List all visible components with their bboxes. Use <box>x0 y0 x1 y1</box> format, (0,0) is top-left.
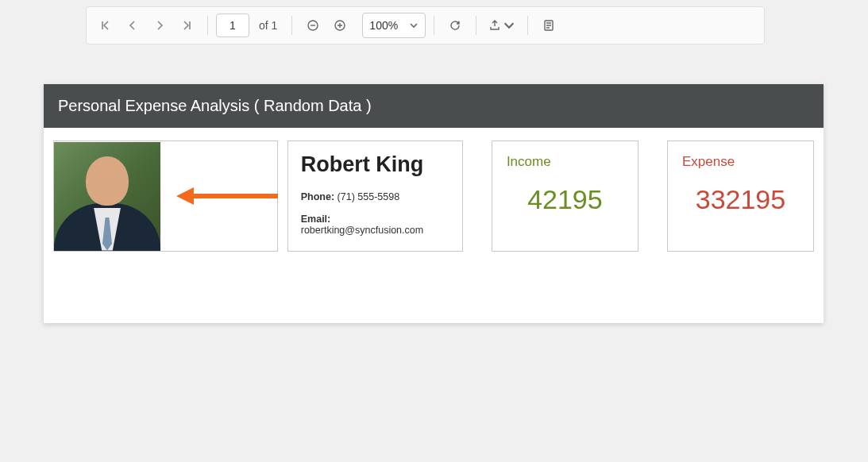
person-email: Email: robertking@syncfusion.com <box>301 214 449 236</box>
first-page-button[interactable] <box>93 13 118 38</box>
zoom-in-button[interactable] <box>327 13 353 38</box>
cards-row: Robert King Phone: (71) 555-5598 Email: … <box>44 128 824 323</box>
prev-page-button[interactable] <box>120 13 145 38</box>
last-page-button[interactable] <box>174 13 199 38</box>
person-name: Robert King <box>301 152 449 177</box>
zoom-value-label: 100% <box>369 19 398 32</box>
email-label: Email: <box>301 214 331 225</box>
chevron-down-icon <box>409 21 419 30</box>
expense-value: 332195 <box>682 184 799 215</box>
zoom-select[interactable]: 100% <box>362 13 426 38</box>
income-label: Income <box>507 154 623 170</box>
report-toolbar: of 1 100% <box>86 6 765 44</box>
toolbar-separator <box>527 16 528 35</box>
report-title: Personal Expense Analysis ( Random Data … <box>44 84 824 128</box>
toolbar-separator <box>291 16 292 35</box>
info-card: Robert King Phone: (71) 555-5598 Email: … <box>287 141 463 252</box>
avatar <box>54 142 160 251</box>
toolbar-separator <box>476 16 476 35</box>
income-value: 42195 <box>507 184 623 215</box>
expense-label: Expense <box>682 154 799 170</box>
expense-card: Expense 332195 <box>667 141 814 252</box>
phone-value: (71) 555-5598 <box>338 191 400 202</box>
page-count-label: of 1 <box>259 19 277 32</box>
email-value: robertking@syncfusion.com <box>301 225 423 236</box>
page-number-input[interactable] <box>216 13 249 37</box>
export-icon <box>488 19 501 32</box>
chevron-down-icon <box>503 19 515 32</box>
photo-card <box>53 141 278 252</box>
arrow-left-icon <box>176 185 280 207</box>
first-page-icon <box>99 19 112 32</box>
report-page: Personal Expense Analysis ( Random Data … <box>44 84 824 323</box>
zoom-out-button[interactable] <box>300 13 326 38</box>
toolbar-separator <box>207 16 208 35</box>
export-button[interactable] <box>484 13 519 38</box>
refresh-button[interactable] <box>442 13 468 38</box>
prev-page-icon <box>126 19 139 32</box>
zoom-in-icon <box>334 19 346 32</box>
zoom-out-icon <box>307 19 319 32</box>
refresh-icon <box>449 19 461 32</box>
print-layout-button[interactable] <box>536 13 561 38</box>
toolbar-separator <box>434 16 434 35</box>
print-layout-icon <box>542 19 555 32</box>
svg-marker-4 <box>176 187 194 205</box>
next-page-icon <box>153 19 166 32</box>
next-page-button[interactable] <box>147 13 172 38</box>
last-page-icon <box>180 19 193 32</box>
phone-label: Phone: <box>301 191 334 202</box>
person-phone: Phone: (71) 555-5598 <box>301 191 449 202</box>
income-card: Income 42195 <box>492 141 638 252</box>
